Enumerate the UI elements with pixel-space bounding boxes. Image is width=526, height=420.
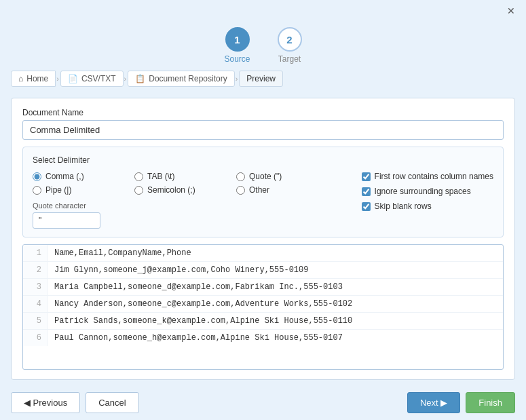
content-card: Document Name Select Delimiter Comma (,) (11, 98, 515, 380)
preview-line-number: 5 (23, 313, 48, 329)
radio-tab[interactable]: TAB (\t) (134, 172, 216, 181)
breadcrumb-docrepo[interactable]: 📋 Document Repository (128, 71, 234, 87)
preview-line-content: Jim Glynn,someone_j@example.com,Coho Win… (48, 262, 315, 278)
breadcrumb-arrow-1: › (56, 75, 59, 83)
next-button[interactable]: Next ▶ (407, 392, 460, 413)
preview-row: 6Paul Cannon,someone_h@example.com,Alpin… (23, 330, 503, 346)
breadcrumb-csvtxt[interactable]: 📄 CSV/TXT (60, 71, 124, 87)
quote-char-section: Quote character (33, 202, 348, 229)
preview-line-number: 2 (23, 262, 48, 278)
checkboxes-column: First row contains column names Ignore s… (348, 172, 493, 211)
breadcrumb-home[interactable]: ⌂ Home (11, 71, 56, 87)
preview-row: 1Name,Email,CompanyName,Phone (23, 245, 503, 262)
checkbox-skip-blank[interactable]: Skip blank rows (362, 202, 493, 211)
footer: ◀ Previous Cancel Next ▶ Finish (0, 385, 526, 420)
delimiter-title: Select Delimiter (33, 155, 493, 165)
preview-line-content: Nancy Anderson,someone_c@example.com,Adv… (48, 296, 359, 312)
document-name-input[interactable] (22, 120, 504, 140)
main-content: Document Name Select Delimiter Comma (,) (0, 90, 526, 385)
title-bar: ✕ (0, 0, 526, 22)
main-window: ✕ 1 Source 2 Target ⌂ Home › 📄 CSV/TXT › (0, 0, 526, 420)
breadcrumb-arrow-2: › (124, 75, 127, 83)
preview-line-number: 6 (23, 330, 48, 346)
footer-right: Next ▶ Finish (407, 392, 515, 413)
radio-semicolon[interactable]: Semicolon (;) (134, 185, 216, 195)
preview-line-content: Name,Email,CompanyName,Phone (48, 245, 198, 261)
preview-line-number: 1 (23, 245, 48, 261)
preview-line-content: Patrick Sands,someone_k@example.com,Alpi… (48, 313, 359, 329)
breadcrumb-preview[interactable]: Preview (239, 71, 283, 87)
checkbox-ignore-spaces[interactable]: Ignore surrounding spaces (362, 187, 493, 196)
preview-row: 4Nancy Anderson,someone_c@example.com,Ad… (23, 296, 503, 313)
delimiter-left: Comma (,) TAB (\t) Quote (") (33, 172, 348, 229)
document-name-section: Document Name (22, 108, 504, 140)
cancel-button[interactable]: Cancel (86, 392, 138, 413)
preview-row: 5Patrick Sands,someone_k@example.com,Alp… (23, 313, 503, 330)
preview-line-number: 4 (23, 296, 48, 312)
preview-line-number: 3 (23, 279, 48, 295)
quote-char-label: Quote character (33, 202, 348, 210)
step-target: 2 Target (278, 27, 302, 64)
delimiter-row-1: Comma (,) TAB (\t) Quote (") (33, 172, 348, 181)
radio-comma[interactable]: Comma (,) (33, 172, 114, 181)
radio-other[interactable]: Other (236, 185, 318, 195)
step-indicator: 1 Source 2 Target (0, 22, 526, 68)
preview-row: 2Jim Glynn,someone_j@example.com,Coho Wi… (23, 262, 503, 279)
checkbox-first-row[interactable]: First row contains column names (362, 172, 493, 181)
step-label-target: Target (278, 54, 301, 64)
step-circle-2: 2 (278, 27, 302, 52)
finish-button[interactable]: Finish (466, 392, 515, 413)
preview-area: 1Name,Email,CompanyName,Phone2Jim Glynn,… (22, 244, 504, 370)
csv-icon: 📄 (68, 74, 78, 83)
document-name-label: Document Name (22, 108, 504, 117)
step-circle-1: 1 (225, 27, 250, 52)
delimiter-row-2: Pipe (|) Semicolon (;) Other (33, 185, 348, 195)
quote-char-input[interactable] (33, 212, 100, 229)
radio-pipe[interactable]: Pipe (|) (33, 185, 114, 195)
doc-icon: 📋 (135, 74, 145, 83)
step-source: 1 Source (224, 27, 250, 64)
previous-button[interactable]: ◀ Previous (11, 392, 80, 413)
breadcrumb-arrow-3: › (236, 75, 238, 83)
preview-line-content: Paul Cannon,someone_h@example.com,Alpine… (48, 330, 350, 346)
home-icon: ⌂ (18, 74, 23, 83)
preview-row: 3Maria Campbell,someone_d@example.com,Fa… (23, 279, 503, 296)
step-label-source: Source (224, 54, 250, 64)
radio-quote[interactable]: Quote (") (236, 172, 318, 181)
footer-left: ◀ Previous Cancel (11, 392, 139, 413)
close-button[interactable]: ✕ (503, 4, 519, 18)
preview-line-content: Maria Campbell,someone_d@example.com,Fab… (48, 279, 350, 295)
delimiter-main-row: Comma (,) TAB (\t) Quote (") (33, 172, 493, 229)
delimiter-section: Select Delimiter Comma (,) TAB (\t) (22, 147, 504, 237)
breadcrumb: ⌂ Home › 📄 CSV/TXT › 📋 Document Reposito… (0, 68, 526, 90)
